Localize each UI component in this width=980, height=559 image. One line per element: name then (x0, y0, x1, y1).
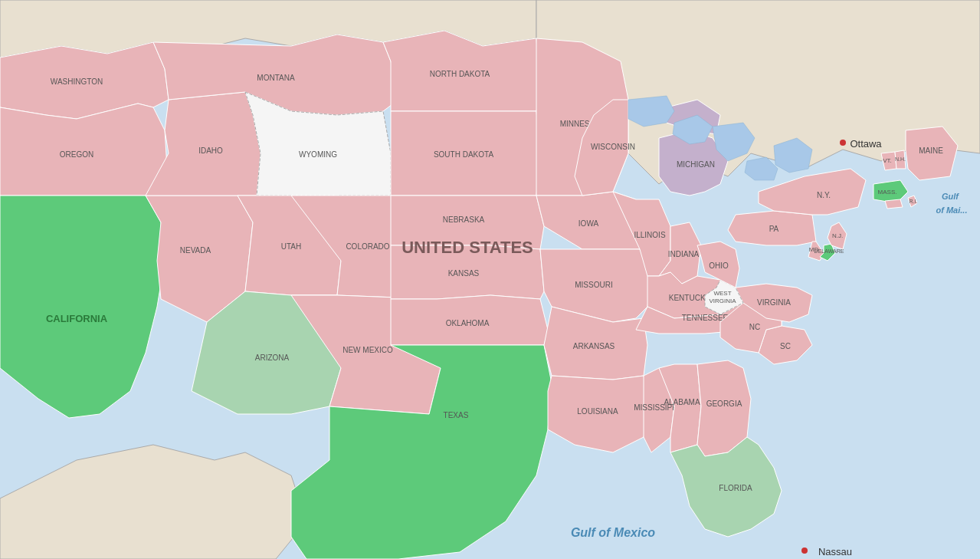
state-ND[interactable] (383, 31, 540, 111)
state-NH[interactable] (895, 150, 906, 169)
state-PA[interactable] (728, 211, 816, 245)
state-CT[interactable] (885, 199, 903, 209)
state-NE[interactable] (391, 196, 544, 249)
map-container: WASHINGTON OREGON CALIFORNIA NEVADA IDAH… (0, 0, 980, 559)
state-OK[interactable] (391, 295, 548, 345)
state-OR[interactable] (0, 104, 169, 196)
state-SD[interactable] (391, 111, 540, 196)
state-KS[interactable] (391, 245, 544, 299)
